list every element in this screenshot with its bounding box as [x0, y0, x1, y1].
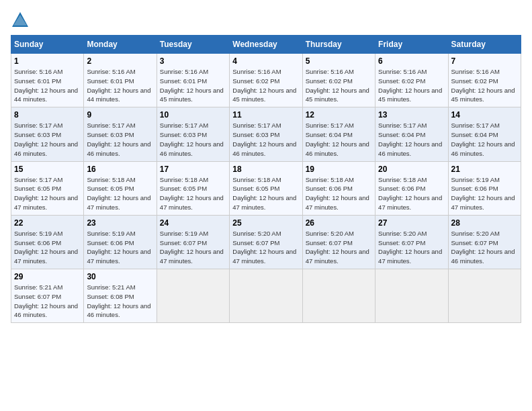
day-info: Sunrise: 5:16 AMSunset: 6:01 PMDaylight:… — [160, 68, 224, 103]
day-info: Sunrise: 5:18 AMSunset: 6:05 PMDaylight:… — [87, 176, 150, 211]
calendar-cell: 20 Sunrise: 5:18 AMSunset: 6:06 PMDaylig… — [375, 161, 448, 215]
day-number: 12 — [306, 110, 372, 120]
day-number: 9 — [87, 110, 153, 120]
calendar-week-row: 29 Sunrise: 5:21 AMSunset: 6:07 PMDaylig… — [11, 269, 521, 323]
day-info: Sunrise: 5:16 AMSunset: 6:02 PMDaylight:… — [306, 68, 369, 103]
calendar-cell: 3 Sunrise: 5:16 AMSunset: 6:01 PMDayligh… — [157, 54, 229, 107]
svg-marker-1 — [13, 15, 27, 26]
header-sunday: Sunday — [11, 36, 84, 54]
day-number: 23 — [87, 218, 153, 228]
calendar-cell: 10 Sunrise: 5:17 AMSunset: 6:03 PMDaylig… — [157, 107, 229, 161]
calendar-cell: 5 Sunrise: 5:16 AMSunset: 6:02 PMDayligh… — [302, 54, 375, 107]
calendar-cell: 29 Sunrise: 5:21 AMSunset: 6:07 PMDaylig… — [11, 269, 84, 323]
day-info: Sunrise: 5:21 AMSunset: 6:07 PMDaylight:… — [14, 283, 78, 318]
day-number: 3 — [160, 56, 226, 66]
calendar-cell: 25 Sunrise: 5:20 AMSunset: 6:07 PMDaylig… — [230, 215, 302, 269]
day-info: Sunrise: 5:17 AMSunset: 6:05 PMDaylight:… — [14, 176, 78, 211]
day-number: 7 — [451, 56, 518, 66]
calendar-cell: 21 Sunrise: 5:19 AMSunset: 6:06 PMDaylig… — [448, 161, 521, 215]
day-number: 18 — [232, 165, 299, 174]
calendar-cell: 18 Sunrise: 5:18 AMSunset: 6:05 PMDaylig… — [230, 161, 302, 215]
calendar-cell: 11 Sunrise: 5:17 AMSunset: 6:03 PMDaylig… — [230, 107, 302, 161]
calendar-week-row: 22 Sunrise: 5:19 AMSunset: 6:06 PMDaylig… — [11, 215, 521, 269]
day-number: 25 — [232, 218, 299, 228]
day-number: 24 — [160, 218, 226, 228]
day-number: 15 — [14, 165, 81, 174]
day-number: 27 — [378, 218, 445, 228]
day-number: 19 — [306, 165, 372, 174]
day-number: 8 — [14, 110, 81, 120]
calendar-cell: 12 Sunrise: 5:17 AMSunset: 6:04 PMDaylig… — [302, 107, 375, 161]
day-info: Sunrise: 5:19 AMSunset: 6:07 PMDaylight:… — [160, 230, 224, 265]
header-thursday: Thursday — [302, 36, 375, 54]
weekday-header-row: Sunday Monday Tuesday Wednesday Thursday… — [11, 36, 521, 54]
calendar-cell — [230, 269, 302, 323]
day-number: 14 — [451, 110, 518, 120]
day-number: 13 — [378, 110, 445, 120]
day-info: Sunrise: 5:17 AMSunset: 6:04 PMDaylight:… — [451, 122, 515, 156]
day-number: 29 — [14, 272, 81, 281]
calendar-week-row: 15 Sunrise: 5:17 AMSunset: 6:05 PMDaylig… — [11, 161, 521, 215]
day-info: Sunrise: 5:17 AMSunset: 6:03 PMDaylight:… — [160, 122, 224, 156]
calendar-cell: 6 Sunrise: 5:16 AMSunset: 6:02 PMDayligh… — [375, 54, 448, 107]
calendar-cell: 28 Sunrise: 5:20 AMSunset: 6:07 PMDaylig… — [448, 215, 521, 269]
day-info: Sunrise: 5:16 AMSunset: 6:01 PMDaylight:… — [87, 68, 150, 103]
day-info: Sunrise: 5:20 AMSunset: 6:07 PMDaylight:… — [378, 230, 442, 265]
day-number: 10 — [160, 110, 226, 120]
header-wednesday: Wednesday — [230, 36, 302, 54]
day-number: 1 — [14, 56, 81, 66]
day-info: Sunrise: 5:20 AMSunset: 6:07 PMDaylight:… — [451, 230, 515, 265]
calendar-cell: 27 Sunrise: 5:20 AMSunset: 6:07 PMDaylig… — [375, 215, 448, 269]
calendar-cell: 13 Sunrise: 5:17 AMSunset: 6:04 PMDaylig… — [375, 107, 448, 161]
day-info: Sunrise: 5:16 AMSunset: 6:02 PMDaylight:… — [378, 68, 442, 103]
calendar-cell — [157, 269, 229, 323]
day-info: Sunrise: 5:17 AMSunset: 6:04 PMDaylight:… — [306, 122, 369, 156]
calendar-week-row: 8 Sunrise: 5:17 AMSunset: 6:03 PMDayligh… — [11, 107, 521, 161]
calendar-cell: 23 Sunrise: 5:19 AMSunset: 6:06 PMDaylig… — [84, 215, 157, 269]
day-number: 4 — [232, 56, 299, 66]
day-number: 26 — [306, 218, 372, 228]
calendar-cell: 1 Sunrise: 5:16 AMSunset: 6:01 PMDayligh… — [11, 54, 84, 107]
day-number: 6 — [378, 56, 445, 66]
day-info: Sunrise: 5:19 AMSunset: 6:06 PMDaylight:… — [14, 230, 78, 265]
day-number: 16 — [87, 165, 153, 174]
calendar-cell: 4 Sunrise: 5:16 AMSunset: 6:02 PMDayligh… — [230, 54, 302, 107]
day-number: 2 — [87, 56, 153, 66]
day-number: 20 — [378, 165, 445, 174]
day-info: Sunrise: 5:20 AMSunset: 6:07 PMDaylight:… — [232, 230, 296, 265]
day-number: 30 — [87, 272, 153, 281]
calendar-cell: 2 Sunrise: 5:16 AMSunset: 6:01 PMDayligh… — [84, 54, 157, 107]
calendar-cell: 30 Sunrise: 5:21 AMSunset: 6:08 PMDaylig… — [84, 269, 157, 323]
day-info: Sunrise: 5:16 AMSunset: 6:02 PMDaylight:… — [451, 68, 515, 103]
calendar-cell — [448, 269, 521, 323]
calendar-cell: 14 Sunrise: 5:17 AMSunset: 6:04 PMDaylig… — [448, 107, 521, 161]
logo — [11, 11, 31, 30]
page-header — [11, 11, 521, 30]
calendar-cell: 8 Sunrise: 5:17 AMSunset: 6:03 PMDayligh… — [11, 107, 84, 161]
calendar-cell: 24 Sunrise: 5:19 AMSunset: 6:07 PMDaylig… — [157, 215, 229, 269]
calendar-body: 1 Sunrise: 5:16 AMSunset: 6:01 PMDayligh… — [11, 54, 521, 323]
day-info: Sunrise: 5:18 AMSunset: 6:05 PMDaylight:… — [160, 176, 224, 211]
day-info: Sunrise: 5:20 AMSunset: 6:07 PMDaylight:… — [306, 230, 369, 265]
day-info: Sunrise: 5:18 AMSunset: 6:05 PMDaylight:… — [232, 176, 296, 211]
header-friday: Friday — [375, 36, 448, 54]
calendar-cell: 22 Sunrise: 5:19 AMSunset: 6:06 PMDaylig… — [11, 215, 84, 269]
calendar-cell: 17 Sunrise: 5:18 AMSunset: 6:05 PMDaylig… — [157, 161, 229, 215]
day-number: 17 — [160, 165, 226, 174]
calendar-cell: 7 Sunrise: 5:16 AMSunset: 6:02 PMDayligh… — [448, 54, 521, 107]
calendar-cell — [302, 269, 375, 323]
day-info: Sunrise: 5:17 AMSunset: 6:03 PMDaylight:… — [232, 122, 296, 156]
calendar-cell — [375, 269, 448, 323]
day-info: Sunrise: 5:18 AMSunset: 6:06 PMDaylight:… — [378, 176, 442, 211]
calendar-cell: 16 Sunrise: 5:18 AMSunset: 6:05 PMDaylig… — [84, 161, 157, 215]
logo-icon — [11, 11, 30, 30]
header-tuesday: Tuesday — [157, 36, 229, 54]
calendar-cell: 15 Sunrise: 5:17 AMSunset: 6:05 PMDaylig… — [11, 161, 84, 215]
day-number: 22 — [14, 218, 81, 228]
day-info: Sunrise: 5:21 AMSunset: 6:08 PMDaylight:… — [87, 283, 150, 318]
day-number: 21 — [451, 165, 518, 174]
day-info: Sunrise: 5:16 AMSunset: 6:01 PMDaylight:… — [14, 68, 78, 103]
day-info: Sunrise: 5:19 AMSunset: 6:06 PMDaylight:… — [87, 230, 150, 265]
day-info: Sunrise: 5:16 AMSunset: 6:02 PMDaylight:… — [232, 68, 296, 103]
day-info: Sunrise: 5:18 AMSunset: 6:06 PMDaylight:… — [306, 176, 369, 211]
